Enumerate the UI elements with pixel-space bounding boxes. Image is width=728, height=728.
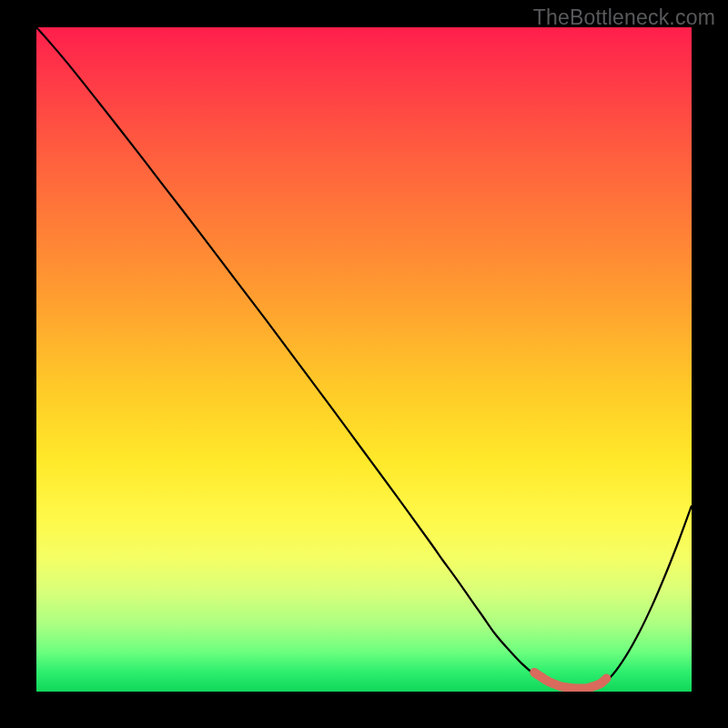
- plot-area: [36, 27, 692, 692]
- watermark-attribution: TheBottleneck.com: [533, 5, 715, 30]
- bottleneck-curve: [36, 27, 692, 691]
- optimal-range-highlight: [534, 672, 606, 689]
- bottleneck-chart: [36, 27, 692, 692]
